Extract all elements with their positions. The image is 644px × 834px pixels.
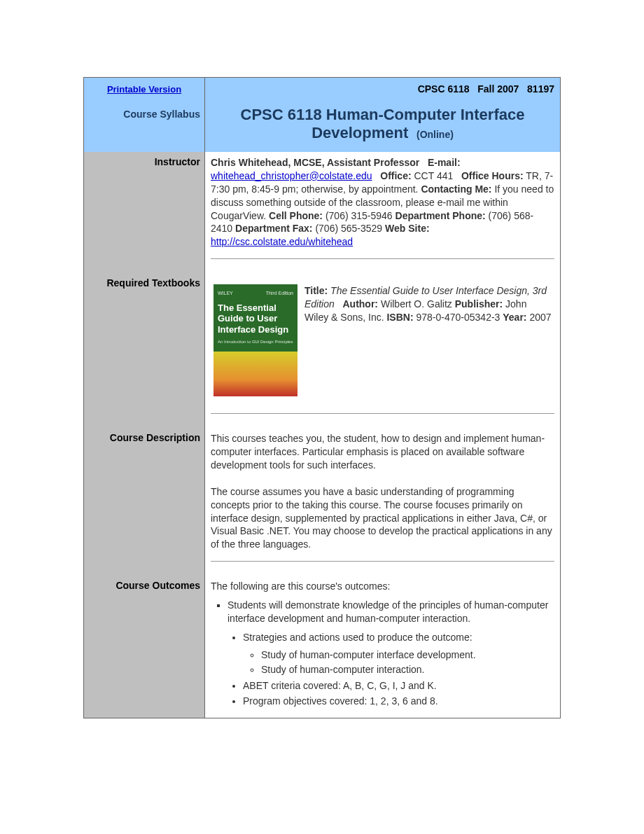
separator (211, 413, 554, 414)
office-label: Office: (380, 170, 411, 181)
title-right: CPSC 6118 Human-Computer Interface Devel… (205, 100, 560, 152)
outcome-sub-2: ABET criteria covered: A, B, C, G, I, J … (243, 679, 554, 693)
outcome-item-1: Students will demonstrate knowledge of t… (227, 599, 554, 708)
book-publisher-label: Publisher: (455, 298, 503, 310)
contacting-label: Contacting Me: (421, 183, 491, 195)
dept-fax: (706) 565-3529 (313, 223, 386, 234)
instructor-email-link[interactable]: whitehead_christopher@colstate.edu (211, 170, 372, 181)
separator (211, 561, 554, 562)
textbook-content: WILEY Third Edition The Essential Guide … (205, 273, 560, 428)
course-code: CPSC 6118 (418, 83, 470, 95)
book-year: 2007 (527, 312, 552, 323)
outcome-1-text: Students will demonstrate knowledge of t… (227, 599, 548, 624)
outcome-sub-1-text: Strategies and actions used to produce t… (243, 632, 472, 643)
office-hours-label: Office Hours: (461, 170, 524, 181)
cover-edition: Third Edition (266, 290, 293, 296)
crn: 81197 (527, 83, 554, 95)
outcomes-intro: The following are this course's outcomes… (211, 581, 390, 592)
instructor-row: Instructor Chris Whitehead, MCSE, Assist… (84, 152, 560, 273)
separator (211, 258, 554, 259)
syllabus-page: Printable Version CPSC 6118 Fall 2007 81… (83, 77, 561, 718)
printable-version-link[interactable]: Printable Version (107, 84, 181, 95)
website-link[interactable]: http://csc.colstate.edu/whitehead (211, 236, 353, 247)
outcome-sub2list: Study of human-computer interface develo… (243, 648, 554, 676)
email-label: E-mail: (428, 157, 461, 168)
description-p1: This courses teaches you, the student, h… (211, 432, 554, 472)
outcome-sub-1: Strategies and actions used to produce t… (243, 631, 554, 676)
course-title: CPSC 6118 Human-Computer Interface Devel… (241, 106, 525, 141)
book-author: Wilbert O. Galitz (378, 298, 455, 310)
textbook-block: WILEY Third Edition The Essential Guide … (211, 277, 554, 403)
book-isbn-label: ISBN: (386, 312, 413, 323)
instructor-label: Instructor (84, 152, 205, 273)
title-left: Course Syllabus (84, 100, 205, 152)
description-label: Course Description (84, 428, 205, 576)
cell-label: Cell Phone: (269, 210, 323, 221)
textbook-row: Required Textbooks WILEY Third Edition T… (84, 273, 560, 428)
cell-phone: (706) 315-5946 (323, 210, 396, 221)
outcomes-label: Course Outcomes (84, 576, 205, 718)
instructor-name: Chris Whitehead, MCSE, Assistant Profess… (211, 157, 419, 168)
description-content: This courses teaches you, the student, h… (205, 428, 560, 576)
term: Fall 2007 (477, 83, 519, 95)
course-mode: (Online) (416, 129, 454, 140)
textbook-label: Required Textbooks (84, 273, 205, 428)
outcome-sublist: Strategies and actions used to produce t… (227, 631, 554, 708)
description-row: Course Description This courses teaches … (84, 428, 560, 576)
title-row: Course Syllabus CPSC 6118 Human-Computer… (84, 100, 560, 152)
book-year-label: Year: (503, 312, 526, 323)
cover-publisher: WILEY (218, 290, 233, 296)
dept-fax-label: Department Fax: (235, 223, 312, 234)
book-info: Title: The Essential Guide to User Inter… (304, 284, 552, 396)
instructor-content: Chris Whitehead, MCSE, Assistant Profess… (205, 152, 560, 273)
outcomes-row: Course Outcomes The following are this c… (84, 576, 560, 718)
header-row: Printable Version CPSC 6118 Fall 2007 81… (84, 78, 560, 100)
book-cover-image: WILEY Third Edition The Essential Guide … (214, 284, 298, 396)
outcome-sub-3: Program objectives covered: 1, 2, 3, 6 a… (243, 695, 554, 708)
cover-subtitle: An Introduction to GUI Design Principles (218, 339, 293, 345)
office: CCT 441 (414, 170, 453, 181)
description-p2: The course assumes you have a basic unde… (211, 485, 554, 551)
header-left-cell: Printable Version (84, 78, 205, 100)
outcome-sub2-b: Study of human-computer interaction. (261, 663, 554, 676)
outcome-sub2-a: Study of human-computer interface develo… (261, 648, 554, 662)
book-author-label: Author: (342, 298, 378, 310)
dept-phone-label: Department Phone: (396, 210, 486, 221)
book-isbn: 978-0-470-05342-3 (414, 312, 503, 323)
outcomes-content: The following are this course's outcomes… (205, 576, 560, 718)
outcomes-list: Students will demonstrate knowledge of t… (214, 599, 554, 708)
book-title-label: Title: (304, 285, 328, 296)
cover-title: The Essential Guide to User Interface De… (218, 303, 293, 335)
website-label: Web Site: (385, 223, 430, 234)
header-right-cell: CPSC 6118 Fall 2007 81197 (205, 78, 560, 100)
